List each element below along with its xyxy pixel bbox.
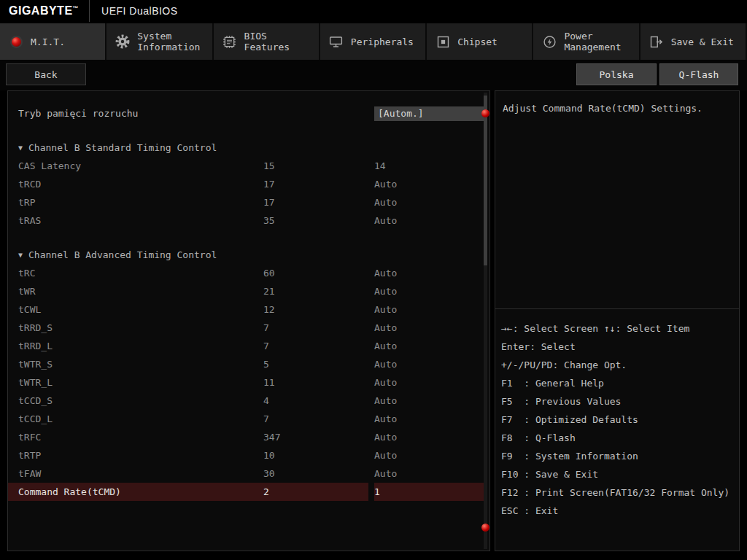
- setting-row[interactable]: tRAS35Auto: [8, 211, 489, 230]
- setting-value: 17: [263, 179, 368, 190]
- back-button[interactable]: Back: [6, 63, 86, 85]
- cell-second: [Autom.]: [374, 104, 486, 122]
- tab-bios-features[interactable]: BIOS Features: [214, 23, 320, 60]
- setting-row[interactable]: tFAW30Auto: [8, 464, 489, 483]
- setting-row-boot-memory[interactable]: Tryb pamięci rozruchu[Autom.]: [8, 104, 489, 122]
- setting-value: 11: [263, 377, 368, 388]
- cell-second: Auto: [374, 355, 486, 373]
- setting-value: 10: [263, 450, 368, 461]
- setting-value: 7: [263, 413, 368, 424]
- key-hint: F9 : System Information: [501, 447, 733, 465]
- tab-peripherals[interactable]: Peripherals: [320, 23, 427, 60]
- setting-value: 30: [263, 468, 368, 479]
- setting-second-value: Auto: [374, 215, 397, 226]
- setting-row[interactable]: tRCD17Auto: [8, 175, 489, 193]
- key-legend: →←: Select Screen ↑↓: Select ItemEnter: …: [495, 309, 739, 520]
- chipset-icon: [434, 34, 452, 50]
- section-gap: [8, 122, 489, 139]
- key-hint: →←: Select Screen ↑↓: Select Item: [501, 319, 733, 338]
- setting-row[interactable]: tWTR_L11Auto: [8, 373, 489, 392]
- row-main: tCCD_L7: [8, 410, 368, 428]
- setting-row[interactable]: tCWL12Auto: [8, 300, 489, 319]
- cell-second: 1: [374, 483, 486, 501]
- setting-label: tRFC: [8, 432, 263, 443]
- row-main: Command Rate(tCMD)2: [8, 483, 368, 501]
- row-main: CAS Latency15: [8, 157, 368, 175]
- setting-label: Tryb pamięci rozruchu: [8, 108, 263, 119]
- cell-second: Auto: [374, 337, 486, 355]
- trademark-symbol: ™: [73, 5, 80, 12]
- save-exit-icon: [648, 34, 665, 50]
- app-title: UEFI DualBIOS: [101, 5, 178, 17]
- tab-label: BIOS Features: [244, 31, 316, 52]
- setting-row[interactable]: tWR21Auto: [8, 282, 489, 300]
- cell-second: Auto: [374, 392, 486, 410]
- tab-save-exit[interactable]: Save & Exit: [640, 23, 747, 60]
- tab-label: Power Management: [564, 31, 635, 52]
- setting-second-value: Auto: [374, 450, 397, 461]
- setting-label: tWR: [8, 286, 263, 297]
- scroll-down-indicator-icon[interactable]: [481, 524, 489, 532]
- qflash-button[interactable]: Q-Flash: [659, 63, 738, 85]
- setting-row[interactable]: tCCD_L7Auto: [8, 410, 489, 428]
- setting-row[interactable]: tWTR_S5Auto: [8, 355, 489, 373]
- setting-row[interactable]: tRFC347Auto: [8, 428, 489, 446]
- setting-row[interactable]: tCCD_S4Auto: [8, 392, 489, 410]
- setting-row[interactable]: CAS Latency1514: [8, 157, 489, 175]
- setting-second-value: Auto: [374, 377, 397, 388]
- setting-second-value: Auto: [374, 179, 397, 190]
- tab-system-information[interactable]: System Information: [107, 23, 213, 60]
- section-header[interactable]: ▼Channel B Standard Timing Control: [8, 139, 489, 157]
- setting-row[interactable]: tRRD_S7Auto: [8, 319, 489, 337]
- setting-second-value: Auto: [374, 322, 397, 333]
- setting-value-field[interactable]: [Autom.]: [374, 106, 486, 121]
- cell-second: Auto: [374, 373, 486, 392]
- setting-label: tRCD: [8, 179, 263, 190]
- language-button[interactable]: Polska: [576, 63, 657, 85]
- scrollbar-thumb[interactable]: [484, 96, 487, 265]
- setting-row[interactable]: tRTP10Auto: [8, 446, 489, 464]
- topbar-divider: [89, 0, 90, 22]
- cell-second: Auto: [374, 464, 486, 483]
- setting-label: tRRD_L: [8, 341, 263, 351]
- cell-second: Auto: [374, 264, 486, 282]
- setting-value: 2: [263, 486, 368, 497]
- setting-row[interactable]: tRC60Auto: [8, 264, 489, 282]
- tab-chipset[interactable]: Chipset: [427, 23, 533, 60]
- settings-list: Tryb pamięci rozruchu[Autom.]▼Channel B …: [8, 91, 489, 501]
- setting-value: 5: [263, 359, 368, 370]
- setting-second-value: Auto: [374, 359, 397, 370]
- scroll-up-indicator-icon[interactable]: [481, 109, 489, 117]
- mit-sphere-icon: [7, 36, 25, 48]
- key-hint: F8 : Q-Flash: [501, 429, 733, 447]
- setting-label: tRTP: [8, 450, 263, 461]
- setting-label: tCCD_S: [8, 395, 263, 406]
- section-title: Channel B Advanced Timing Control: [28, 249, 217, 260]
- key-hint: +/-/PU/PD: Change Opt.: [501, 356, 733, 374]
- row-main: tRRD_L7: [8, 337, 368, 355]
- row-main: tRAS35: [8, 211, 368, 230]
- setting-row[interactable]: tRRD_L7Auto: [8, 337, 489, 355]
- setting-second-value: Auto: [374, 468, 397, 479]
- tab-mit[interactable]: M.I.T.: [0, 23, 107, 60]
- settings-panel: Tryb pamięci rozruchu[Autom.]▼Channel B …: [7, 90, 490, 551]
- tab-label: M.I.T.: [31, 36, 65, 47]
- key-hint: F12 : Print Screen(FAT16/32 Format Only): [501, 483, 733, 502]
- cell-second: Auto: [374, 193, 486, 211]
- setting-label: Command Rate(tCMD): [8, 486, 263, 497]
- cell-second: Auto: [374, 175, 486, 193]
- setting-label: tWTR_L: [8, 377, 263, 388]
- setting-value: 21: [263, 286, 368, 297]
- tab-power-management[interactable]: Power Management: [533, 23, 640, 60]
- setting-row[interactable]: tRP17Auto: [8, 193, 489, 211]
- setting-row[interactable]: Command Rate(tCMD)21: [8, 483, 489, 501]
- bios-chip-icon: [221, 34, 239, 50]
- peripherals-icon: [328, 34, 345, 50]
- row-main: tCWL12: [8, 300, 368, 319]
- section-header[interactable]: ▼Channel B Advanced Timing Control: [8, 246, 489, 264]
- tab-label: Peripherals: [351, 36, 414, 47]
- key-hint: Enter: Select: [501, 338, 733, 356]
- cell-second: Auto: [374, 410, 486, 428]
- key-hint: F10 : Save & Exit: [501, 465, 733, 483]
- setting-second-value: Auto: [374, 286, 397, 297]
